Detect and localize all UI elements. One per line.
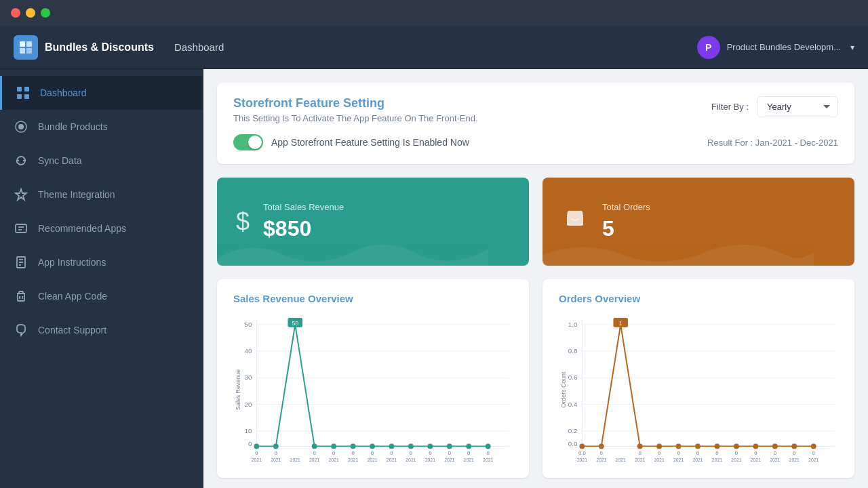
settings-card: Storefront Feature Setting This Setting … <box>217 83 854 164</box>
sidebar-item-dashboard[interactable]: Dashboard <box>0 76 203 110</box>
charts-row: Sales Revenue Overview 50 40 30 20 10 0 … <box>217 279 854 478</box>
svg-text:2021: 2021 <box>712 458 722 462</box>
svg-point-36 <box>273 443 279 449</box>
sync-icon <box>14 153 28 168</box>
svg-text:2021: 2021 <box>290 458 300 462</box>
logo-text: Bundles & Discounts <box>45 41 154 54</box>
svg-rect-6 <box>17 94 22 99</box>
revenue-icon: $ <box>236 207 250 236</box>
svg-text:2021: 2021 <box>444 458 454 462</box>
svg-text:2021: 2021 <box>406 458 416 462</box>
svg-text:20: 20 <box>245 401 252 408</box>
svg-text:2021: 2021 <box>348 458 358 462</box>
svg-rect-5 <box>24 87 29 92</box>
svg-point-40 <box>351 443 356 449</box>
revenue-info: Total Sales Revenue $850 <box>263 202 344 241</box>
svg-rect-3 <box>26 48 32 54</box>
svg-text:0.8: 0.8 <box>568 347 578 354</box>
svg-point-39 <box>331 443 336 449</box>
svg-text:2021: 2021 <box>770 458 780 462</box>
svg-text:2021: 2021 <box>577 458 587 462</box>
orders-info: Total Orders 5 <box>602 202 650 241</box>
svg-text:0.2: 0.2 <box>568 427 578 434</box>
svg-text:0.6: 0.6 <box>568 373 578 381</box>
svg-text:0.4: 0.4 <box>568 401 578 408</box>
svg-text:2021: 2021 <box>808 458 818 462</box>
svg-point-90 <box>599 443 604 449</box>
svg-text:2021: 2021 <box>751 458 761 462</box>
svg-point-47 <box>486 443 491 449</box>
settings-title: Storefront Feature Setting <box>233 96 478 110</box>
sidebar-item-sync-data[interactable]: Sync Data <box>0 144 203 178</box>
sidebar-item-bundle-label: Bundle Products <box>38 121 108 132</box>
svg-text:2021: 2021 <box>425 458 435 462</box>
sidebar-item-instructions-label: App Instructions <box>38 257 106 268</box>
svg-text:1: 1 <box>619 320 623 327</box>
toggle-knob <box>248 136 262 149</box>
filter-area: Filter By : Yearly Monthly Weekly Daily <box>711 96 838 117</box>
svg-rect-10 <box>16 224 26 232</box>
sidebar-item-sync-label: Sync Data <box>38 155 82 166</box>
theme-icon <box>14 187 28 202</box>
sidebar: Dashboard Bundle Products <box>0 69 203 488</box>
minimize-button[interactable] <box>26 8 35 18</box>
svg-point-92 <box>637 443 643 449</box>
svg-text:0: 0 <box>255 450 258 456</box>
maximize-button[interactable] <box>41 8 50 18</box>
svg-text:0: 0 <box>448 450 452 456</box>
svg-point-95 <box>695 443 701 449</box>
sidebar-item-app-instructions[interactable]: App Instructions <box>0 245 203 279</box>
stat-card-orders: Total Orders 5 <box>542 178 854 266</box>
svg-text:0.0: 0.0 <box>578 450 587 456</box>
filter-select[interactable]: Yearly Monthly Weekly Daily <box>757 96 838 117</box>
sidebar-item-recommended-apps[interactable]: Recommended Apps <box>0 211 203 245</box>
dashboard-icon <box>16 85 31 100</box>
svg-rect-1 <box>26 41 32 47</box>
sidebar-item-bundle-products[interactable]: Bundle Products <box>0 110 203 144</box>
svg-text:50: 50 <box>245 321 252 328</box>
svg-rect-0 <box>20 41 25 47</box>
logo-area: Bundles & Discounts <box>14 35 154 60</box>
svg-text:0: 0 <box>429 450 432 456</box>
svg-point-42 <box>389 443 395 449</box>
toggle-switch[interactable] <box>233 134 263 150</box>
svg-text:50: 50 <box>292 320 298 327</box>
sidebar-item-theme-integration[interactable]: Theme Integration <box>0 178 203 211</box>
svg-text:0: 0 <box>600 450 604 456</box>
svg-rect-2 <box>20 48 25 54</box>
svg-text:2021: 2021 <box>387 458 397 462</box>
svg-text:2021: 2021 <box>635 458 645 462</box>
svg-point-93 <box>656 443 662 449</box>
svg-text:0: 0 <box>410 450 413 456</box>
svg-text:0: 0 <box>658 450 661 456</box>
svg-text:2021: 2021 <box>616 458 626 462</box>
svg-text:0: 0 <box>696 450 700 456</box>
orders-chart-container: 1.0 0.8 0.6 0.4 0.2 0.0 Orders Count <box>559 315 838 464</box>
recommended-icon <box>14 221 28 236</box>
svg-point-43 <box>408 443 414 449</box>
svg-text:2021: 2021 <box>309 458 319 462</box>
svg-text:2021: 2021 <box>789 458 800 462</box>
close-button[interactable] <box>11 8 20 18</box>
chevron-down-icon: ▾ <box>850 43 854 52</box>
svg-rect-17 <box>18 293 24 301</box>
svg-text:1.0: 1.0 <box>568 321 578 328</box>
svg-point-45 <box>447 443 452 449</box>
page-title: Dashboard <box>174 41 697 53</box>
sidebar-item-clean-app-code[interactable]: Clean App Code <box>0 279 203 313</box>
toggle-label-area: App Storefront Feature Setting Is Enable… <box>233 134 469 150</box>
sales-chart-svg: 50 40 30 20 10 0 Sales Revenue <box>233 315 513 464</box>
result-text: Result For : Jan-2021 - Dec-2021 <box>707 138 838 148</box>
settings-title-area: Storefront Feature Setting This Setting … <box>233 96 478 123</box>
svg-text:2021: 2021 <box>596 458 606 462</box>
user-badge[interactable]: P Product Bundles Developm... ▾ <box>697 36 854 59</box>
sidebar-item-support-label: Contact Support <box>38 325 106 336</box>
svg-text:0: 0 <box>313 450 316 456</box>
svg-text:0: 0 <box>638 450 642 456</box>
sidebar-item-contact-support[interactable]: Contact Support <box>0 313 203 347</box>
svg-text:2021: 2021 <box>464 458 474 462</box>
svg-text:0: 0 <box>332 450 336 456</box>
trash-icon <box>14 289 28 304</box>
svg-text:40: 40 <box>245 347 252 354</box>
sales-chart-container: 50 40 30 20 10 0 Sales Revenue <box>233 315 513 464</box>
